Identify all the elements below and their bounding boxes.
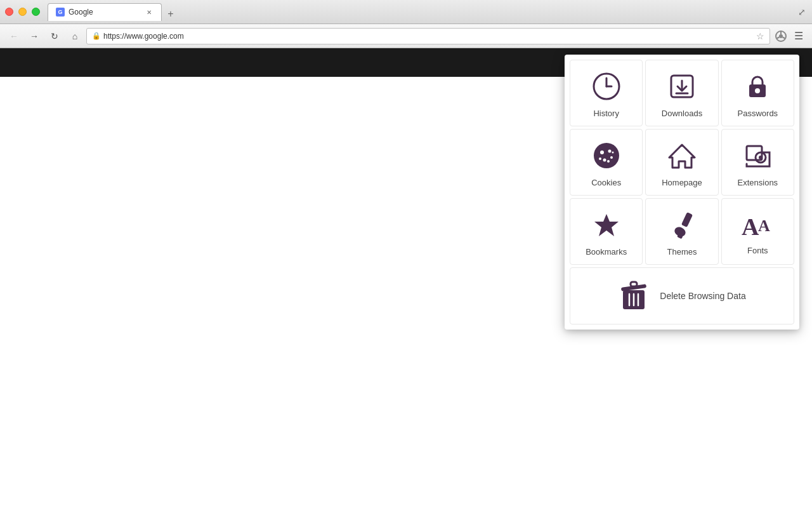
svg-point-24: [759, 156, 763, 159]
trash-icon: [618, 279, 650, 314]
tab-favicon-icon: G: [56, 8, 65, 17]
svg-text:A: A: [742, 213, 759, 239]
svg-point-12: [755, 88, 760, 93]
delete-browsing-data-label: Delete Browsing Data: [660, 291, 745, 301]
bookmarks-icon: [591, 209, 622, 241]
minimize-window-button[interactable]: [18, 8, 27, 16]
menu-item-passwords[interactable]: Passwords: [721, 60, 794, 126]
svg-point-18: [607, 160, 610, 163]
menu-item-delete-browsing-data[interactable]: Delete Browsing Data: [570, 267, 794, 324]
menu-item-extensions[interactable]: Extensions: [721, 129, 794, 196]
menu-item-themes[interactable]: Themes: [645, 198, 718, 265]
menu-item-downloads[interactable]: Downloads: [645, 60, 718, 126]
page-content: History Downloads: [0, 48, 812, 508]
window-controls: [5, 8, 40, 16]
bookmarks-label: Bookmarks: [586, 247, 627, 257]
back-button[interactable]: ←: [5, 27, 23, 45]
cookies-icon: [591, 140, 622, 171]
browser-window: G Google ✕ + ⤢ ← → ↻ ⌂ 🔒 https://www.goo…: [0, 0, 812, 508]
fonts-label: Fonts: [747, 246, 768, 255]
chrome-menu-button[interactable]: ☰: [790, 28, 807, 44]
tab-title: Google: [69, 8, 93, 17]
maximize-window-button[interactable]: [32, 8, 40, 16]
svg-marker-21: [669, 145, 695, 168]
svg-point-16: [610, 156, 613, 159]
svg-point-1: [779, 34, 783, 38]
history-label: History: [593, 109, 619, 118]
tabs-area: G Google ✕ +: [40, 3, 807, 21]
menu-item-homepage[interactable]: Homepage: [645, 129, 718, 196]
svg-rect-27: [681, 212, 693, 227]
svg-point-14: [600, 150, 604, 154]
secure-lock-icon: 🔒: [92, 32, 101, 40]
menu-grid: History Downloads: [570, 60, 794, 265]
fonts-icon: A A: [740, 211, 775, 239]
downloads-label: Downloads: [662, 109, 702, 118]
active-tab[interactable]: G Google ✕: [48, 3, 162, 21]
svg-rect-37: [631, 282, 637, 286]
url-text: https://www.google.com: [103, 32, 754, 41]
svg-point-13: [594, 143, 619, 168]
title-bar: G Google ✕ + ⤢: [0, 0, 812, 24]
forward-button[interactable]: →: [25, 27, 43, 45]
themes-icon: [666, 209, 698, 241]
svg-text:A: A: [758, 217, 770, 235]
menu-item-history[interactable]: History: [570, 60, 643, 126]
browser-menu-popup: History Downloads: [565, 55, 799, 330]
svg-point-19: [599, 157, 601, 160]
extensions-icon: [742, 140, 773, 171]
page-inner: History Downloads: [0, 48, 812, 508]
cookies-label: Cookies: [591, 178, 621, 187]
tab-close-button[interactable]: ✕: [145, 8, 154, 17]
toolbar-right: ☰: [773, 28, 807, 44]
svg-point-17: [603, 159, 606, 162]
svg-marker-26: [594, 214, 619, 236]
history-icon: [591, 70, 622, 102]
passwords-label: Passwords: [738, 109, 778, 118]
expand-window-icon[interactable]: ⤢: [798, 7, 806, 17]
chrome-extension-icon[interactable]: [773, 28, 789, 44]
themes-label: Themes: [667, 247, 697, 257]
svg-line-4: [777, 37, 780, 38]
menu-item-fonts[interactable]: A A Fonts: [721, 198, 794, 265]
bookmark-star-icon[interactable]: ☆: [756, 31, 764, 41]
menu-item-bookmarks[interactable]: Bookmarks: [570, 198, 643, 265]
svg-line-3: [783, 37, 785, 38]
close-window-button[interactable]: [5, 8, 13, 16]
home-button[interactable]: ⌂: [66, 27, 84, 45]
svg-point-20: [612, 152, 613, 154]
menu-item-cookies[interactable]: Cookies: [570, 129, 643, 196]
reload-button[interactable]: ↻: [46, 27, 63, 45]
homepage-label: Homepage: [662, 178, 702, 187]
svg-point-15: [608, 150, 611, 153]
homepage-icon: [666, 140, 698, 171]
passwords-icon: [742, 70, 773, 102]
toolbar: ← → ↻ ⌂ 🔒 https://www.google.com ☆ ☰: [0, 24, 812, 48]
new-tab-button[interactable]: +: [162, 7, 180, 21]
downloads-icon: [666, 70, 698, 102]
address-bar[interactable]: 🔒 https://www.google.com ☆: [86, 28, 770, 44]
extensions-label: Extensions: [738, 178, 778, 187]
